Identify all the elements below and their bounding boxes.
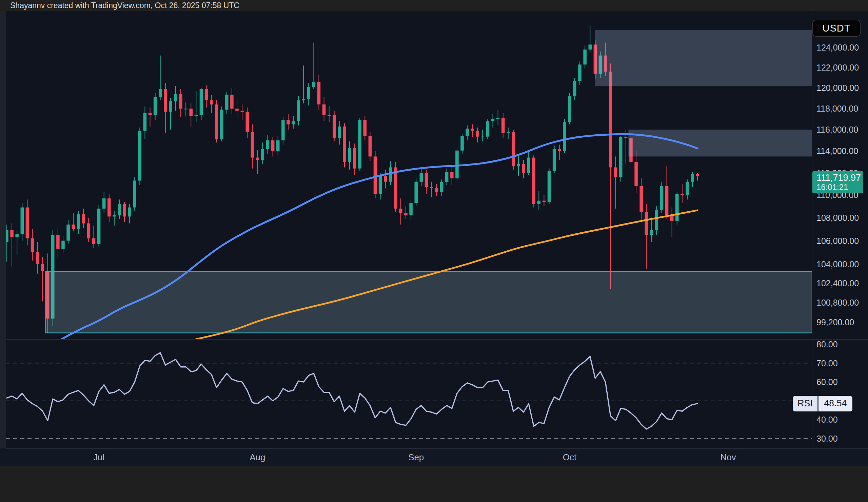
last-price-value: 111,719.97 <box>816 173 863 183</box>
price-axis-label: 124,000.00 <box>816 43 859 53</box>
rsi-axis-label: 40.00 <box>816 415 838 425</box>
rsi-axis-label: 60.00 <box>816 377 838 387</box>
tradingview-chart-screenshot: Shayannv created with TradingView.com, O… <box>0 0 868 502</box>
rsi-value-badge: RSI 48.54 <box>793 396 852 411</box>
support-zone[interactable] <box>46 272 812 333</box>
price-axis-label: 104,000.00 <box>816 259 859 269</box>
price-axis-label: 116,000.00 <box>816 125 858 135</box>
rsi-axis-label: 30.00 <box>816 433 838 443</box>
time-axis-month: Oct <box>563 452 576 463</box>
price-axis-label: 108,000.00 <box>816 213 859 223</box>
price-axis-label: 118,000.00 <box>816 104 858 114</box>
resistance-zone-upper[interactable] <box>595 30 812 86</box>
rsi-axis-label: 80.00 <box>816 339 838 349</box>
rsi-pane[interactable] <box>6 353 812 439</box>
price-axis-label: 102,400.00 <box>816 278 859 288</box>
rsi-line[interactable] <box>7 353 698 429</box>
price-axis-label: 106,000.00 <box>816 236 859 246</box>
last-price-badge: 111,719.97 16:01:21 <box>813 171 863 193</box>
price-axis-label: 100,800.00 <box>816 298 859 308</box>
rsi-label: RSI <box>793 396 817 411</box>
price-axis-label: 99,200.00 <box>816 317 854 327</box>
price-axis-label: 122,000.00 <box>816 63 859 73</box>
time-axis-month: Aug <box>249 452 265 463</box>
candle-countdown: 16:01:21 <box>816 183 863 192</box>
time-axis-month: Jul <box>93 452 104 463</box>
time-axis-month: Nov <box>721 452 736 463</box>
price-axis-label: 114,000.00 <box>816 146 858 156</box>
time-axis-month: Sep <box>408 452 424 463</box>
quote-currency-badge[interactable]: USDT <box>813 20 860 37</box>
rsi-axis-label: 70.00 <box>816 358 838 368</box>
rsi-value: 48.54 <box>818 396 852 411</box>
price-axis-label: 120,000.00 <box>816 83 859 93</box>
price-pane[interactable] <box>5 26 812 340</box>
footer-bar: TradingView <box>0 466 868 502</box>
resistance-zone-mid[interactable] <box>628 130 812 156</box>
chart-canvas[interactable] <box>0 0 868 502</box>
quote-currency-label: USDT <box>823 23 851 34</box>
